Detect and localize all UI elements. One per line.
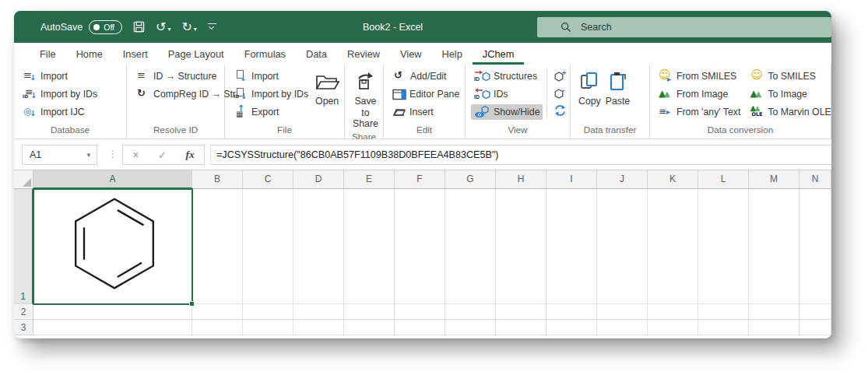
enter-button[interactable]: ✓	[158, 149, 167, 161]
insert-function-button[interactable]: fx	[185, 149, 194, 161]
cell-F3[interactable]	[395, 320, 445, 335]
cell-F2[interactable]	[395, 304, 445, 320]
search-input[interactable]: Search	[537, 17, 831, 37]
cancel-button[interactable]: ×	[132, 149, 139, 161]
import-by-ids-button[interactable]: ≡ID↓Import by IDs	[19, 86, 100, 102]
cell-E1[interactable]	[344, 189, 395, 304]
tab-help[interactable]: Help	[432, 43, 473, 65]
cell-D1[interactable]	[293, 189, 344, 304]
cell-I1[interactable]	[546, 189, 597, 304]
from-any-text-button[interactable]: ≡▸From 'any' Text	[655, 104, 743, 120]
column-header-b[interactable]: B	[192, 170, 243, 189]
cell-J1[interactable]	[597, 189, 648, 304]
cell-K3[interactable]	[648, 320, 698, 335]
column-header-j[interactable]: J	[597, 170, 648, 189]
to-smiles-button[interactable]: ☺To SMILES	[747, 68, 831, 84]
structures-button[interactable]: IDStructures	[471, 68, 543, 84]
cell-K2[interactable]	[648, 304, 698, 320]
undo-button[interactable]: ↺▾	[156, 21, 170, 33]
column-header-h[interactable]: H	[496, 170, 546, 189]
cell-G1[interactable]	[445, 189, 496, 304]
add-structure-button[interactable]: +	[552, 69, 568, 83]
to-image-button[interactable]: ▲▲To Image	[747, 86, 831, 102]
tab-formulas[interactable]: Formulas	[234, 43, 296, 65]
cell-N2[interactable]	[799, 304, 831, 320]
from-image-button[interactable]: ▲▲From Image	[655, 86, 743, 102]
redo-button[interactable]: ↻▾	[181, 21, 196, 33]
column-header-f[interactable]: F	[395, 170, 445, 189]
tab-data[interactable]: Data	[296, 43, 337, 65]
column-header-k[interactable]: K	[648, 170, 698, 189]
tab-page-layout[interactable]: Page Layout	[158, 43, 234, 65]
tab-file[interactable]: File	[30, 43, 66, 65]
to-marvin-ole-button[interactable]: ▲▲OLETo Marvin OLE	[747, 104, 831, 120]
cell-I2[interactable]	[546, 304, 597, 320]
column-header-l[interactable]: L	[698, 170, 749, 189]
cell-B3[interactable]	[192, 320, 243, 335]
ids-button[interactable]: IDIDs	[471, 86, 543, 102]
cell-C1[interactable]	[243, 189, 293, 304]
column-header-i[interactable]: I	[546, 170, 597, 189]
cell-J2[interactable]	[597, 304, 648, 320]
column-header-e[interactable]: E	[344, 170, 395, 189]
row-header-1[interactable]: 1	[14, 189, 33, 304]
select-all-corner[interactable]	[14, 170, 33, 189]
import-button[interactable]: ↓Import	[230, 68, 311, 84]
column-header-d[interactable]: D	[293, 170, 344, 189]
column-header-m[interactable]: M	[749, 170, 799, 189]
column-header-c[interactable]: C	[243, 170, 293, 189]
cell-C3[interactable]	[243, 320, 293, 335]
id-structure-button[interactable]: ≡ID → Structure	[132, 68, 239, 84]
cell-H2[interactable]	[496, 304, 546, 320]
autosave-toggle[interactable]: AutoSave Off	[40, 20, 122, 34]
cell-L3[interactable]	[698, 320, 749, 335]
tab-view[interactable]: View	[390, 43, 432, 65]
import-ijc-button[interactable]: ◎↓Import IJC	[19, 104, 100, 120]
cell-E3[interactable]	[344, 320, 395, 335]
cell-A3[interactable]	[33, 320, 192, 335]
cell-C2[interactable]	[243, 304, 293, 320]
cell-H3[interactable]	[496, 320, 546, 335]
name-box[interactable]: A1 ▼	[22, 145, 97, 165]
tab-jchem[interactable]: JChem	[473, 43, 525, 65]
cell-H1[interactable]	[496, 189, 546, 304]
column-header-a[interactable]: A	[33, 170, 192, 189]
cell-B1[interactable]	[192, 189, 243, 304]
save-to-share-button[interactable]: Save to Share	[350, 68, 381, 131]
tab-insert[interactable]: Insert	[113, 43, 158, 65]
column-header-n[interactable]: N	[799, 170, 831, 189]
cell-G3[interactable]	[445, 320, 496, 335]
formula-input[interactable]: =JCSYSStructure("86CB0AB57F1109B38D0BFEE…	[210, 145, 831, 165]
cell-N1[interactable]	[799, 189, 831, 304]
save-button[interactable]	[133, 21, 145, 33]
insert-button[interactable]: Insert	[389, 104, 462, 120]
compreg-id-str-button[interactable]: ↻CompReg ID → Str	[132, 86, 239, 102]
show-hide-button[interactable]: Show/Hide	[471, 104, 543, 120]
cell-F1[interactable]	[395, 189, 445, 304]
cell-D3[interactable]	[293, 320, 344, 335]
cell-M1[interactable]	[749, 189, 799, 304]
editor-pane-button[interactable]: Editor Pane	[389, 86, 462, 102]
cell-K1[interactable]	[648, 189, 698, 304]
cell-B2[interactable]	[192, 304, 243, 320]
cell-M3[interactable]	[749, 320, 799, 335]
cell-M2[interactable]	[749, 304, 799, 320]
row-header-3[interactable]: 3	[14, 320, 33, 335]
paste-button[interactable]: Paste	[603, 68, 632, 108]
fill-handle[interactable]	[189, 301, 195, 307]
cell-N3[interactable]	[799, 320, 831, 335]
cell-D2[interactable]	[293, 304, 344, 320]
cell-G2[interactable]	[445, 304, 496, 320]
copy-button[interactable]: Copy	[576, 68, 603, 108]
export-button[interactable]: ↑▦Export	[230, 104, 311, 120]
add-edit-button[interactable]: ↺Add/Edit	[389, 68, 462, 84]
selected-cell-a1[interactable]	[33, 188, 193, 305]
row-header-2[interactable]: 2	[14, 304, 33, 320]
cell-I3[interactable]	[546, 320, 597, 335]
cell-L2[interactable]	[698, 304, 749, 320]
open-button[interactable]: Open	[311, 68, 343, 108]
tab-home[interactable]: Home	[66, 43, 113, 65]
cell-L1[interactable]	[698, 189, 749, 304]
customize-quick-access-button[interactable]	[208, 23, 216, 30]
column-header-g[interactable]: G	[445, 170, 496, 189]
